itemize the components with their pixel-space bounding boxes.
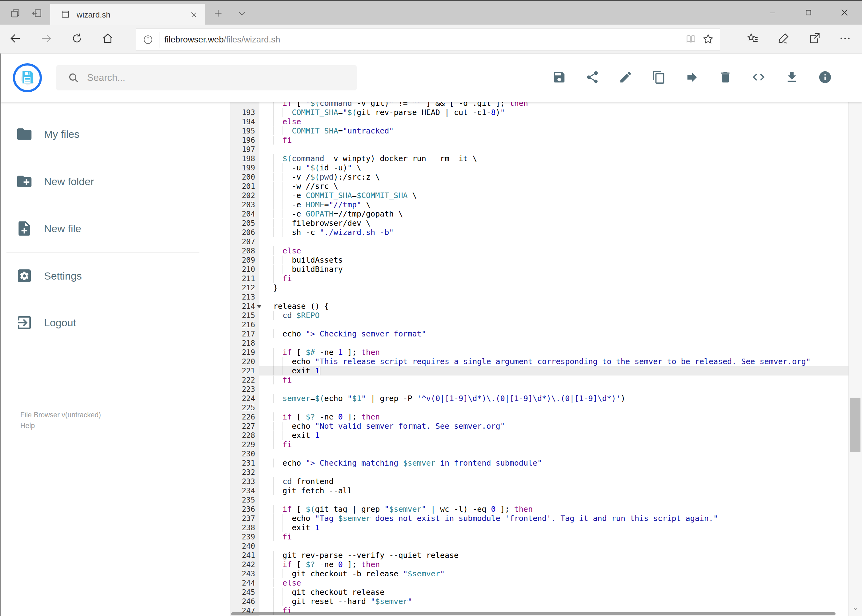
code-line[interactable]: git reset --hard "$semver" xyxy=(273,597,412,606)
save-button[interactable] xyxy=(542,61,576,94)
info-circle-icon[interactable] xyxy=(142,34,154,45)
code-line[interactable]: buildAssets xyxy=(273,256,343,265)
code-line[interactable]: -w //src \ xyxy=(273,182,338,191)
code-line[interactable]: else xyxy=(273,578,301,588)
pencil-icon xyxy=(619,70,633,85)
code-line[interactable]: semver=$(echo "$1" | grep -P '^v(0|[1-9]… xyxy=(273,394,626,403)
code-line[interactable]: if [ $# -ne 1 ]; then xyxy=(273,348,380,357)
horizontal-scrollbar[interactable] xyxy=(231,612,848,615)
code-line[interactable]: echo "> Checking semver format" xyxy=(273,329,426,339)
move-button[interactable] xyxy=(676,61,709,94)
code-line[interactable]: if [ $? -ne 0 ]; then xyxy=(273,560,380,569)
code-line[interactable]: -e COMMIT_SHA=$COMMIT_SHA \ xyxy=(273,191,417,200)
share-button[interactable] xyxy=(576,61,609,94)
code-line[interactable]: COMMIT_SHA="untracked" xyxy=(273,126,394,136)
vertical-scrollbar-thumb[interactable] xyxy=(850,398,860,452)
sidebar-item-new-file[interactable]: New file xyxy=(1,213,229,244)
code-line[interactable]: buildBinary xyxy=(273,265,343,274)
code-line[interactable]: } xyxy=(273,283,278,292)
code-line[interactable]: release () { xyxy=(273,302,329,311)
home-button[interactable] xyxy=(99,30,116,48)
code-line[interactable]: fi xyxy=(273,136,292,145)
tabs-set-aside-button[interactable] xyxy=(7,5,24,22)
sidebar-item-new-folder[interactable]: New folder xyxy=(1,166,229,197)
info-icon xyxy=(818,70,832,85)
back-button[interactable] xyxy=(7,30,24,48)
app-logo[interactable] xyxy=(13,63,42,92)
code-line[interactable]: if [ $(git tag | grep "$semver" | wc -l)… xyxy=(273,504,533,514)
star-list-icon xyxy=(746,32,759,46)
annotate-button[interactable] xyxy=(775,30,793,48)
tab-close-icon[interactable] xyxy=(186,6,202,23)
code-line[interactable]: fi xyxy=(273,606,292,615)
code-line[interactable]: git checkout release xyxy=(273,588,385,597)
url-bar[interactable]: filebrowser.web/files/wizard.sh xyxy=(136,28,720,51)
code-line[interactable]: if [ "$(command -v git)" != "" ] && [ -d… xyxy=(273,102,528,108)
search-input[interactable] xyxy=(87,72,357,84)
code-line[interactable]: git fetch --all xyxy=(273,486,352,495)
share-page-button[interactable] xyxy=(806,30,823,48)
code-line[interactable]: else xyxy=(273,117,301,126)
code-line[interactable]: -v /$(pwd):/src:z \ xyxy=(273,173,380,182)
code-line[interactable]: fi xyxy=(273,376,292,385)
code-line[interactable]: else xyxy=(273,246,301,256)
code-line[interactable]: COMMIT_SHA="$(git rev-parse HEAD | cut -… xyxy=(273,108,505,117)
forward-button[interactable] xyxy=(38,30,55,48)
divider xyxy=(6,252,199,253)
code-line[interactable]: git rev-parse --verify --quiet release xyxy=(273,551,459,560)
copy-button[interactable] xyxy=(642,61,676,94)
code-line[interactable]: cd frontend xyxy=(273,477,334,486)
code-line[interactable]: echo "> Checking matching $semver in fro… xyxy=(273,459,542,468)
gutter-line-number: 197 xyxy=(230,145,255,154)
edit-button[interactable] xyxy=(609,61,642,94)
code-line[interactable]: git checkout -b release "$semver" xyxy=(273,569,445,578)
delete-button[interactable] xyxy=(709,61,742,94)
code-line[interactable]: sh -c "./wizard.sh -b" xyxy=(273,228,394,237)
code-line[interactable]: cd $REPO xyxy=(273,311,320,320)
download-button[interactable] xyxy=(775,61,808,94)
help-link[interactable]: Help xyxy=(20,420,101,431)
code-line[interactable]: -e GOPATH=//tmp/gopath \ xyxy=(273,209,403,218)
refresh-button[interactable] xyxy=(68,30,85,48)
code-line[interactable]: fi xyxy=(273,274,292,283)
code-line[interactable]: $(command -v winpty) docker run --rm -it… xyxy=(273,154,477,163)
code-line[interactable]: fi xyxy=(273,532,292,542)
code-line[interactable]: echo "Not valid semver format. See semve… xyxy=(273,422,505,431)
home-icon xyxy=(101,32,114,46)
reading-view-button[interactable] xyxy=(682,31,700,48)
code-line[interactable]: echo "Tag $semver does not exist in subm… xyxy=(273,514,718,523)
tab-preview-toggle[interactable] xyxy=(233,5,251,22)
sidebar-item-my-files[interactable]: My files xyxy=(1,119,229,149)
close-icon xyxy=(840,8,849,18)
sidebar-item-settings[interactable]: Settings xyxy=(1,261,229,291)
code-button[interactable] xyxy=(742,61,775,94)
fold-toggle-icon[interactable] xyxy=(257,305,262,308)
code-line[interactable]: exit 1 xyxy=(273,523,320,532)
hub-favorites-button[interactable] xyxy=(744,30,761,48)
scroll-down-button[interactable] xyxy=(849,603,862,615)
sidebar-item-logout[interactable]: Logout xyxy=(1,307,229,338)
window-close-button[interactable] xyxy=(827,3,861,23)
code-line[interactable]: if [ $? -ne 0 ]; then xyxy=(273,412,380,422)
filebrowser-app: My filesNew folderNew fileSettingsLogout… xyxy=(0,53,862,616)
more-button[interactable] xyxy=(837,30,854,48)
sidebar-footer: File Browser v(untracked)Help xyxy=(20,410,101,431)
code-line[interactable]: fi xyxy=(273,440,292,449)
code-line[interactable]: echo "This release script requires a sin… xyxy=(273,357,811,366)
vertical-scrollbar[interactable] xyxy=(848,53,862,616)
code-line[interactable]: filebrowser/dev \ xyxy=(273,218,370,228)
window-maximize-button[interactable] xyxy=(791,3,826,23)
browser-tab[interactable]: wizard.sh xyxy=(50,4,205,25)
horizontal-scrollbar-thumb[interactable] xyxy=(231,612,835,615)
code-line[interactable]: -e HOME="//tmp" \ xyxy=(273,200,370,209)
search-bar[interactable] xyxy=(56,65,357,90)
new-tab-button[interactable] xyxy=(210,5,227,22)
window-minimize-button[interactable] xyxy=(755,3,790,23)
code-editor[interactable]: if [ "$(command -v git)" != "" ] && [ -d… xyxy=(229,102,862,616)
code-line[interactable]: -u "$(id -u)" \ xyxy=(273,163,361,173)
restore-tabs-button[interactable] xyxy=(28,5,46,22)
info-button[interactable] xyxy=(808,61,842,94)
code-line[interactable]: exit 1 xyxy=(273,366,320,376)
code-line[interactable]: exit 1 xyxy=(273,431,320,440)
favorite-button[interactable] xyxy=(700,31,717,48)
